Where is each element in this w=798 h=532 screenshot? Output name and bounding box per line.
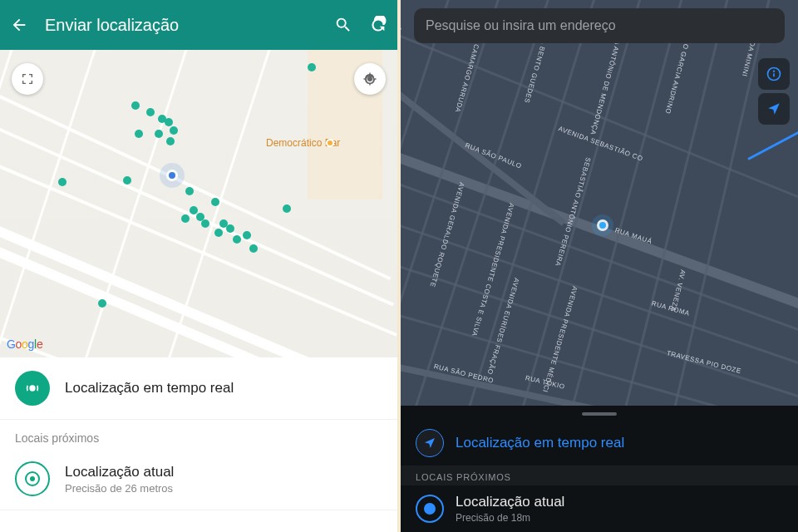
search-button[interactable] [334, 16, 352, 34]
map-canvas[interactable]: Democrático Bar Google [0, 50, 397, 357]
realtime-label: Localização em tempo real [456, 435, 624, 451]
current-location-row[interactable]: Localização atual Precisão de 26 metros [0, 448, 397, 510]
current-location-accuracy: Precisão de 26 metros [65, 482, 382, 495]
current-location-row[interactable]: Localização atual Precisão de 18m [401, 485, 798, 532]
map-attribution: Google [7, 337, 42, 351]
current-location-accuracy: Precisão de 18m [456, 512, 564, 524]
options-list: Localização em tempo real Locais próximo… [0, 357, 397, 510]
my-location-dot [597, 219, 608, 231]
realtime-location-row[interactable]: Localização em tempo real [401, 421, 798, 466]
fullscreen-button[interactable] [12, 63, 43, 95]
map-canvas-dark[interactable]: FUNCIONÁRIO R. JOSÉ CAMARGO ARRUDA AVENI… [401, 0, 798, 436]
app-header: Enviar localização [0, 0, 397, 50]
drag-handle[interactable] [582, 412, 617, 416]
page-title: Enviar localização [45, 16, 318, 35]
back-button[interactable] [10, 16, 28, 34]
my-location-dot [166, 170, 178, 181]
street-label: FUNCIONÁRIO [401, 26, 402, 78]
street-label: AVENIDA PRESIDENTE MÉDICI [541, 285, 579, 393]
locate-me-button[interactable] [758, 93, 790, 125]
live-location-icon [15, 371, 50, 406]
poi-pin-icon [326, 139, 334, 147]
current-location-label: Localização atual [65, 464, 382, 480]
realtime-label: Localização em tempo real [65, 380, 382, 397]
current-location-label: Localização atual [456, 494, 564, 510]
svg-point-2 [774, 71, 775, 71]
refresh-button[interactable] [369, 16, 387, 34]
bottom-sheet: Localização em tempo real LOCAIS PRÓXIMO… [401, 406, 798, 532]
realtime-location-row[interactable]: Localização em tempo real [0, 357, 397, 420]
search-placeholder: Pesquise ou insira um endereço [426, 18, 616, 33]
locate-me-button[interactable] [354, 63, 386, 95]
android-screenshot: Enviar localização Democrático Bar [0, 0, 397, 532]
live-location-icon [416, 429, 444, 457]
search-field[interactable]: Pesquise ou insira um endereço [414, 8, 785, 43]
nearby-section-label: LOCAIS PRÓXIMOS [401, 466, 798, 485]
current-location-icon [416, 495, 444, 523]
info-button[interactable] [758, 58, 790, 90]
street-label: TRAVESSA PIO DOZE [666, 349, 742, 375]
ios-screenshot: FUNCIONÁRIO R. JOSÉ CAMARGO ARRUDA AVENI… [401, 0, 798, 532]
current-location-icon [15, 461, 50, 496]
nearby-section-label: Locais próximos [0, 420, 397, 448]
